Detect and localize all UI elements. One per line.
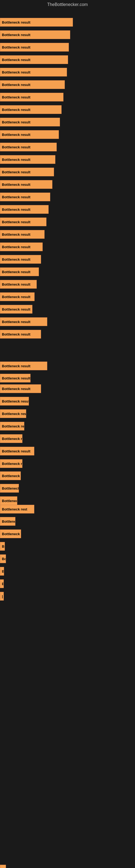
bottleneck-bar: Bo [0, 865, 6, 868]
bar-label: Bottleneck result [2, 95, 30, 99]
bottleneck-bar: Bottleneck r [0, 529, 21, 538]
bottleneck-bar: Bottleneck result [0, 374, 31, 382]
bar-label: Bottleneck result [2, 486, 19, 490]
bottleneck-bar: Bottleneck result [0, 496, 17, 505]
bar-label: Bottleneck result [2, 462, 22, 466]
bar-label: B [2, 545, 4, 549]
bottleneck-bar: Bottleneck result [0, 93, 63, 101]
bottleneck-bar: Bottleneck result [0, 434, 22, 443]
bar-label: Bottleneck result [2, 208, 30, 212]
bar-label: Bottleneck result [2, 295, 30, 299]
bar-label: Bottleneck result [2, 108, 30, 112]
bar-label: Bottleneck result [2, 45, 30, 50]
bottleneck-bar: Bottleneck result [0, 143, 57, 151]
bar-label: Bottleneck result [2, 58, 30, 62]
bar-label: Bottleneck result [2, 20, 30, 24]
bottleneck-bar: Bottleneck result [0, 422, 24, 431]
bottleneck-bar: Bottleneck result [0, 80, 65, 89]
bar-label: Bottleneck result [2, 170, 30, 174]
bar-label: B [2, 569, 4, 574]
bar-label: Bottleneck result [2, 195, 30, 199]
bar-label: Bottleneck result [2, 245, 30, 249]
bar-label: Bottleneck result [2, 364, 30, 368]
bottleneck-bar: Bottleneck result [0, 118, 60, 126]
bar-label: Bottleneck result [2, 257, 30, 261]
bottleneck-bar: Bottleneck result [0, 55, 68, 64]
bar-label: Bottleneck r [2, 532, 21, 536]
bottleneck-bar: Bottleneck result [0, 280, 37, 289]
bottleneck-bar: Bottleneck result [0, 362, 47, 370]
bottleneck-bar: Bottleneck rest [0, 505, 34, 514]
bar-label: Bo [2, 867, 6, 868]
bottleneck-bar: | [0, 592, 4, 600]
bar-label: Bottleneck result [2, 376, 30, 380]
bottleneck-bar: Bottleneck result [0, 167, 54, 176]
bar-label: Bottleneck result [2, 399, 29, 403]
bar-label: B [2, 582, 4, 586]
bar-label: Bottleneck result [2, 412, 26, 416]
bottleneck-bar: B [0, 542, 5, 551]
bar-label: Bottleneck result [2, 320, 30, 324]
bottleneck-bar: Bo [0, 554, 6, 563]
bar-label: Bottleneck result [2, 437, 22, 441]
site-title: TheBottlenecker.com [0, 0, 135, 10]
bar-label: Bottleneck result [2, 520, 15, 524]
bar-label: | [2, 594, 3, 598]
bottleneck-bar: Bottleneck result [0, 243, 43, 251]
bar-label: Bottleneck result [2, 70, 30, 74]
bottleneck-bar: Bottleneck result [0, 218, 46, 226]
bar-label: Bottleneck result [2, 158, 30, 162]
bottleneck-bar: Bottleneck result [0, 268, 39, 276]
bottleneck-bar: Bottleneck result [0, 18, 73, 27]
bar-label: Bottleneck result [2, 387, 30, 391]
bar-label: Bottleneck result [2, 133, 30, 137]
bottleneck-bar: Bottleneck result [0, 459, 22, 468]
bar-label: Bottleneck result [2, 332, 30, 336]
bottleneck-bar: B [0, 579, 4, 588]
bar-label: Bottleneck result [2, 33, 30, 37]
bottleneck-bar: Bottleneck result [0, 43, 69, 52]
bottleneck-bar: Bottleneck result [0, 255, 41, 264]
bar-label: Bottleneck result [2, 220, 30, 224]
bar-label: Bottleneck result [2, 474, 21, 478]
bar-label: Bottleneck result [2, 424, 24, 428]
bottleneck-bar: Bottleneck result [0, 471, 21, 480]
bottleneck-bar: Bottleneck result [0, 68, 67, 76]
bar-label: Bottleneck result [2, 307, 30, 311]
bottleneck-bar: B [0, 567, 4, 576]
bottleneck-bar: Bottleneck result [0, 130, 59, 139]
bottleneck-bar: Bottleneck result [0, 155, 55, 164]
bar-label: Bottleneck result [2, 183, 30, 187]
bottleneck-bar: Bottleneck result [0, 30, 70, 39]
bottleneck-bar: Bottleneck result [0, 409, 26, 418]
bottleneck-bar: Bottleneck result [0, 230, 45, 239]
bar-label: Bottleneck result [2, 282, 30, 286]
bottleneck-bar: Bottleneck result [0, 205, 49, 214]
bottleneck-bar: Bottleneck result [0, 292, 35, 301]
bar-label: Bottleneck result [2, 120, 30, 124]
bottleneck-bar: Bottleneck result [0, 484, 19, 493]
bar-label: Bottleneck rest [2, 507, 27, 511]
bottleneck-bar: Bottleneck result [0, 384, 41, 393]
bottleneck-bar: Bottleneck result [0, 105, 61, 114]
bar-label: Bottleneck result [2, 83, 30, 87]
bottleneck-bar: Bottleneck result [0, 447, 34, 456]
bottleneck-bar: Bottleneck result [0, 193, 50, 201]
bar-label: Bottleneck result [2, 145, 30, 149]
bar-label: Bottleneck result [2, 449, 30, 453]
bottleneck-bar: Bottleneck result [0, 180, 52, 189]
bar-label: Bottleneck result [2, 270, 30, 274]
bottleneck-bar: Bottleneck result [0, 305, 32, 314]
bar-label: Bottleneck result [2, 232, 30, 237]
bar-label: Bo [2, 557, 6, 561]
bar-label: Bottleneck result [2, 499, 17, 503]
bottleneck-bar: Bottleneck result [0, 517, 15, 526]
bottleneck-bar: Bottleneck result [0, 397, 29, 405]
bottleneck-bar: Bottleneck result [0, 317, 47, 326]
bottleneck-bar: Bottleneck result [0, 330, 41, 339]
